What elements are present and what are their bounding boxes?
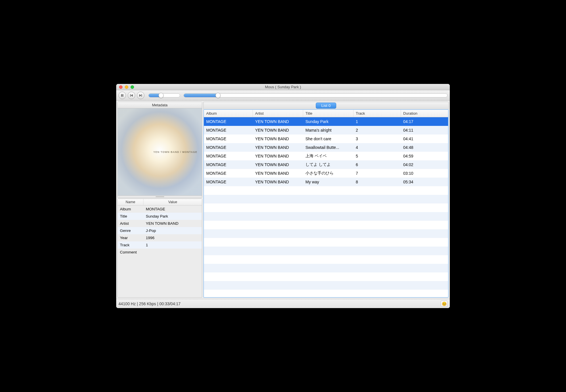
- metadata-table: Name Value AlbumMONTAGETitleSunday ParkA…: [117, 199, 202, 298]
- playlist-row: [204, 229, 448, 238]
- meta-cell-name: Track: [118, 241, 144, 249]
- zoom-icon[interactable]: [131, 85, 134, 89]
- playlist-row: [204, 221, 448, 229]
- meta-cell-value: J-Pop: [144, 227, 202, 234]
- svg-marker-3: [131, 94, 133, 97]
- playlist: Album Artist Title Track Duration MONTAG…: [203, 109, 449, 298]
- cell-duration: 04:41: [401, 137, 448, 141]
- cell-track: 7: [353, 171, 401, 176]
- cell-artist: YEN TOWN BAND: [253, 154, 303, 158]
- playlist-row: [204, 186, 448, 195]
- cell-album: MONTAGE: [204, 137, 253, 141]
- playlist-row[interactable]: MONTAGEYEN TOWN BANDしてよ してよ604:02: [204, 160, 448, 169]
- cell-track: 2: [353, 128, 401, 132]
- svg-rect-2: [130, 94, 131, 97]
- meta-cell-value: 1996: [144, 234, 202, 241]
- toolbar: [116, 90, 450, 101]
- meta-row[interactable]: ArtistYEN TOWN BAND: [118, 220, 202, 227]
- cell-duration: 03:10: [401, 171, 448, 176]
- cell-title: She don't care: [303, 137, 353, 141]
- cell-artist: YEN TOWN BAND: [253, 162, 303, 167]
- cell-album: MONTAGE: [204, 162, 253, 167]
- col-duration[interactable]: Duration: [401, 110, 448, 117]
- col-album[interactable]: Album: [204, 110, 253, 117]
- album-art: YEN TOWN BAND / MONTAGE: [118, 108, 202, 195]
- statusbar: 44100 Hz | 256 Kbps | 00:33/04:17 😊: [116, 299, 450, 308]
- meta-row[interactable]: GenreJ-Pop: [118, 227, 202, 234]
- progress-slider[interactable]: [183, 93, 448, 97]
- svg-rect-0: [121, 94, 122, 97]
- app-window: Mous ( Sunday Park ) Metadata YEN TOWN B…: [116, 84, 450, 308]
- playlist-row: [204, 212, 448, 221]
- meta-row[interactable]: Comment: [118, 249, 202, 256]
- playlist-row: [204, 203, 448, 212]
- meta-cell-value: [144, 249, 202, 256]
- cell-duration: 04:11: [401, 128, 448, 132]
- playlist-row[interactable]: MONTAGEYEN TOWN BAND上海 ベイベ504:59: [204, 152, 448, 160]
- meta-cell-name: Album: [118, 205, 144, 213]
- meta-cell-name: Comment: [118, 249, 144, 256]
- pause-button[interactable]: [118, 92, 126, 99]
- cell-duration: 04:02: [401, 162, 448, 167]
- cell-duration: 04:59: [401, 154, 448, 158]
- cell-title: 小さな手のひら: [303, 171, 353, 176]
- status-text: 44100 Hz | 256 Kbps | 00:33/04:17: [118, 301, 181, 306]
- album-art-text: YEN TOWN BAND / MONTAGE: [153, 151, 197, 153]
- cell-album: MONTAGE: [204, 154, 253, 158]
- playlist-row[interactable]: MONTAGEYEN TOWN BANDSunday Park104:17: [204, 117, 448, 126]
- next-button[interactable]: [137, 92, 144, 99]
- tab-list-0[interactable]: List 0: [316, 103, 336, 109]
- meta-cell-name: Title: [118, 213, 144, 220]
- meta-cell-value: MONTAGE: [144, 205, 202, 213]
- col-track[interactable]: Track: [353, 110, 401, 117]
- playlist-row[interactable]: MONTAGEYEN TOWN BANDMy way805:34: [204, 178, 448, 186]
- metadata-header: Metadata: [118, 102, 202, 108]
- meta-row[interactable]: AlbumMONTAGE: [118, 205, 202, 213]
- meta-col-value[interactable]: Value: [144, 199, 202, 205]
- playlist-tabbar: List 0: [203, 102, 449, 109]
- cell-album: MONTAGE: [204, 119, 253, 124]
- cell-artist: YEN TOWN BAND: [253, 119, 303, 124]
- cell-artist: YEN TOWN BAND: [253, 137, 303, 141]
- meta-col-name[interactable]: Name: [118, 199, 144, 205]
- close-icon[interactable]: [119, 85, 123, 89]
- meta-cell-value: 1: [144, 241, 202, 249]
- cell-title: My way: [303, 180, 353, 184]
- meta-row[interactable]: Track1: [118, 241, 202, 249]
- cell-track: 4: [353, 145, 401, 150]
- cell-duration: 04:17: [401, 119, 448, 124]
- playlist-row: [204, 255, 448, 264]
- cell-title: Sunday Park: [303, 119, 353, 124]
- playlist-row: [204, 264, 448, 272]
- splitter-handle[interactable]: [118, 195, 202, 198]
- meta-cell-name: Artist: [118, 220, 144, 227]
- cell-artist: YEN TOWN BAND: [253, 145, 303, 150]
- col-title[interactable]: Title: [303, 110, 353, 117]
- cell-track: 3: [353, 137, 401, 141]
- cell-artist: YEN TOWN BAND: [253, 180, 303, 184]
- playlist-row[interactable]: MONTAGEYEN TOWN BAND小さな手のひら703:10: [204, 169, 448, 178]
- meta-cell-value: Sunday Park: [144, 213, 202, 220]
- svg-marker-4: [139, 94, 141, 97]
- cell-duration: 05:34: [401, 180, 448, 184]
- meta-row[interactable]: TitleSunday Park: [118, 213, 202, 220]
- playlist-row[interactable]: MONTAGEYEN TOWN BANDShe don't care304:41: [204, 134, 448, 143]
- playlist-row: [204, 195, 448, 203]
- playlist-row[interactable]: MONTAGEYEN TOWN BANDMama's alright204:11: [204, 126, 448, 134]
- cell-track: 1: [353, 119, 401, 124]
- minimize-icon[interactable]: [125, 85, 128, 89]
- cell-track: 5: [353, 154, 401, 158]
- cell-title: Mama's alright: [303, 128, 353, 132]
- playlist-row: [204, 238, 448, 247]
- titlebar: Mous ( Sunday Park ): [116, 84, 450, 90]
- volume-slider[interactable]: [148, 93, 180, 97]
- meta-row[interactable]: Year1996: [118, 234, 202, 241]
- cell-title: Swallowtail Butte...: [303, 145, 353, 150]
- meta-cell-name: Genre: [118, 227, 144, 234]
- col-artist[interactable]: Artist: [253, 110, 303, 117]
- playlist-row: [204, 247, 448, 255]
- playlist-row[interactable]: MONTAGEYEN TOWN BANDSwallowtail Butte...…: [204, 143, 448, 152]
- previous-button[interactable]: [128, 92, 135, 99]
- playlist-row: [204, 281, 448, 290]
- emoji-button[interactable]: 😊: [441, 301, 448, 307]
